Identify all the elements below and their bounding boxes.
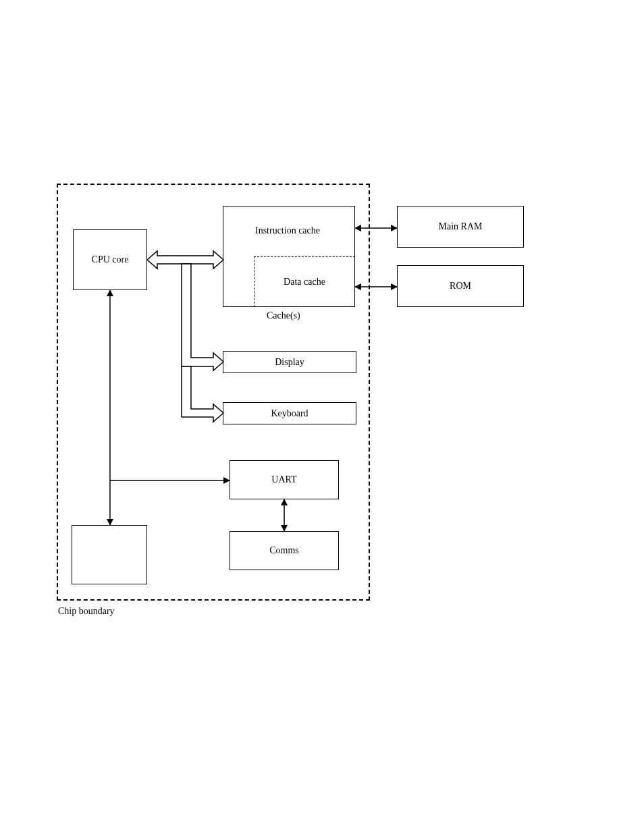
instruction-cache-label: Instruction cache	[230, 225, 345, 237]
comms-box: Comms	[230, 531, 339, 570]
uart-label: UART	[271, 474, 296, 486]
cpu-label: CPU core	[92, 254, 129, 266]
uart-box: UART	[230, 460, 339, 499]
comms-label: Comms	[269, 545, 299, 557]
cpu-box: CPU core	[73, 229, 147, 290]
keyboard-label: Keyboard	[271, 408, 308, 420]
keyboard-box: Keyboard	[223, 402, 356, 424]
caches-label: Cache(s)	[267, 310, 300, 322]
display-box: Display	[223, 351, 356, 373]
ram-box: Main RAM	[397, 206, 524, 248]
display-label: Display	[275, 356, 304, 368]
cache-box: Instruction cache Data cache	[223, 206, 355, 307]
rom-box: ROM	[397, 265, 524, 307]
data-cache-label: Data cache	[261, 277, 348, 288]
rom-label: ROM	[450, 280, 471, 292]
blank-box	[72, 525, 147, 584]
chip-boundary-label: Chip boundary	[58, 606, 115, 617]
ram-label: Main RAM	[439, 221, 483, 233]
